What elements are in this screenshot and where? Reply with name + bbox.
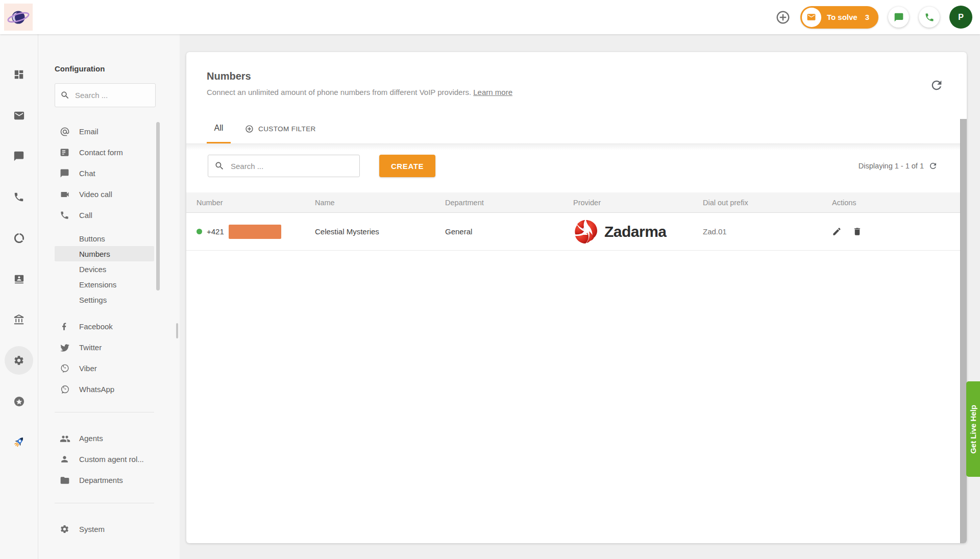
card-scrollbar[interactable]: [960, 119, 967, 543]
tab-custom-filter[interactable]: CUSTOM FILTER: [245, 114, 316, 144]
column-header-name: Name: [315, 199, 445, 207]
rail-item-sla[interactable]: [9, 228, 29, 248]
sidebar-item-label: Devices: [79, 265, 106, 274]
sidebar-item-label: System: [79, 525, 105, 533]
sidebar-item-viber[interactable]: Viber: [55, 358, 154, 379]
chat-bubble-icon: [60, 168, 70, 179]
rail-item-getting-started[interactable]: [9, 432, 29, 452]
rail-item-gamification[interactable]: [9, 391, 29, 411]
phone-icon: [13, 191, 24, 203]
sidebar-item-custom-agent-roles[interactable]: Custom agent rol...: [55, 449, 154, 470]
pane-resize-handle[interactable]: [176, 323, 178, 338]
refresh-icon[interactable]: [928, 161, 938, 171]
user-avatar[interactable]: P: [949, 6, 972, 29]
provider-cell: Z Zadarma: [573, 219, 703, 245]
dial-out-prefix-cell: Zad.01: [703, 227, 832, 236]
chats-button[interactable]: [888, 7, 909, 28]
menu-divider: [55, 503, 154, 503]
calls-button[interactable]: [919, 7, 940, 28]
viber-icon: [60, 363, 70, 374]
status-dot-active: [197, 229, 202, 234]
whatsapp-icon: [60, 384, 70, 395]
panel-scrollbar[interactable]: [156, 122, 160, 290]
table-row[interactable]: +421 Celestial Mysteries General: [186, 213, 960, 251]
sidebar-item-settings[interactable]: Settings: [55, 292, 154, 307]
sidebar-item-contact-form[interactable]: Contact form: [55, 142, 154, 163]
sidebar-item-extensions[interactable]: Extensions: [55, 277, 154, 292]
provider-name: Zadarma: [604, 223, 667, 240]
envelope-icon: [802, 8, 821, 27]
sidebar-item-facebook[interactable]: Facebook: [55, 316, 154, 337]
column-header-actions: Actions: [832, 199, 960, 207]
actions-cell: [832, 227, 960, 236]
number-redaction-block: [229, 225, 281, 239]
contact-card-icon: [13, 273, 25, 285]
rail-item-email[interactable]: [9, 105, 29, 126]
create-button[interactable]: CREATE: [379, 155, 435, 177]
learn-more-link[interactable]: Learn more: [473, 88, 512, 96]
refresh-button[interactable]: [929, 78, 944, 92]
menu-divider: [55, 412, 154, 412]
twitter-icon: [60, 343, 70, 353]
sidebar-item-call[interactable]: Call: [55, 205, 154, 226]
sidebar-item-label: Departments: [79, 476, 123, 484]
configuration-panel: Configuration Email Contact form Chat Vi…: [39, 34, 180, 538]
sidebar-item-chat[interactable]: Chat: [55, 163, 154, 184]
sidebar-item-video-call[interactable]: Video call: [55, 184, 154, 205]
phone-icon: [924, 12, 935, 22]
rail-item-call[interactable]: [9, 187, 29, 207]
sidebar-item-email[interactable]: Email: [55, 121, 154, 142]
sidebar-item-label: Call: [79, 211, 92, 220]
rail-item-contacts[interactable]: [9, 269, 29, 289]
sidebar-search-input[interactable]: [75, 91, 141, 100]
sidebar-item-label: Contact form: [79, 148, 123, 157]
star-circle-icon: [13, 396, 25, 407]
sidebar-item-whatsapp[interactable]: WhatsApp: [55, 379, 154, 400]
column-header-number: Number: [197, 199, 315, 207]
sidebar-item-system[interactable]: System: [55, 519, 154, 538]
to-solve-button[interactable]: To solve 3: [800, 6, 878, 29]
folder-icon: [60, 475, 70, 485]
numbers-card: Numbers Connect an unlimited amount of p…: [186, 52, 967, 543]
page-description: Connect an unlimited amount of phone num…: [207, 88, 512, 96]
facebook-icon: [60, 322, 70, 332]
at-sign-icon: [60, 127, 70, 137]
envelope-icon: [13, 110, 25, 121]
person-icon: [60, 454, 70, 465]
filter-tabs: All CUSTOM FILTER: [207, 114, 316, 144]
dashboard-icon: [13, 69, 24, 80]
sidebar-item-twitter[interactable]: Twitter: [55, 337, 154, 358]
to-solve-count: 3: [865, 13, 869, 21]
sidebar-item-label: Custom agent rol...: [79, 455, 144, 464]
column-header-provider: Provider: [573, 199, 703, 207]
get-live-help-label: Get Live Help: [969, 405, 977, 454]
sidebar-item-departments[interactable]: Departments: [55, 470, 154, 491]
sidebar-item-label: Settings: [79, 296, 107, 304]
rail-item-billing[interactable]: [9, 309, 29, 330]
get-live-help-button[interactable]: Get Live Help: [966, 381, 980, 477]
table-search: [208, 155, 360, 177]
phone-icon: [60, 210, 70, 221]
delete-button[interactable]: [852, 227, 862, 236]
videocam-icon: [60, 189, 70, 200]
add-button[interactable]: [775, 10, 791, 25]
rail-item-chat[interactable]: [9, 146, 29, 166]
company-logo[interactable]: [4, 4, 33, 31]
sidebar-item-buttons[interactable]: Buttons: [55, 231, 154, 246]
name-cell: Celestial Mysteries: [315, 227, 445, 236]
sidebar-item-label: Extensions: [79, 280, 116, 289]
edit-button[interactable]: [832, 227, 842, 236]
rail-item-configuration[interactable]: [9, 350, 29, 371]
table-search-input[interactable]: [231, 162, 348, 171]
icon-rail: [0, 34, 38, 559]
sidebar-item-numbers[interactable]: Numbers: [55, 246, 154, 261]
tab-all[interactable]: All: [207, 114, 231, 144]
to-solve-label: To solve: [827, 13, 857, 21]
plus-circle-icon: [245, 125, 254, 133]
panel-title: Configuration: [55, 64, 180, 73]
sidebar-item-devices[interactable]: Devices: [55, 261, 154, 277]
sidebar-item-agents[interactable]: Agents: [55, 428, 154, 449]
form-icon: [60, 148, 70, 158]
sidebar-item-label: WhatsApp: [79, 385, 114, 394]
rail-item-dashboard[interactable]: [9, 64, 29, 85]
